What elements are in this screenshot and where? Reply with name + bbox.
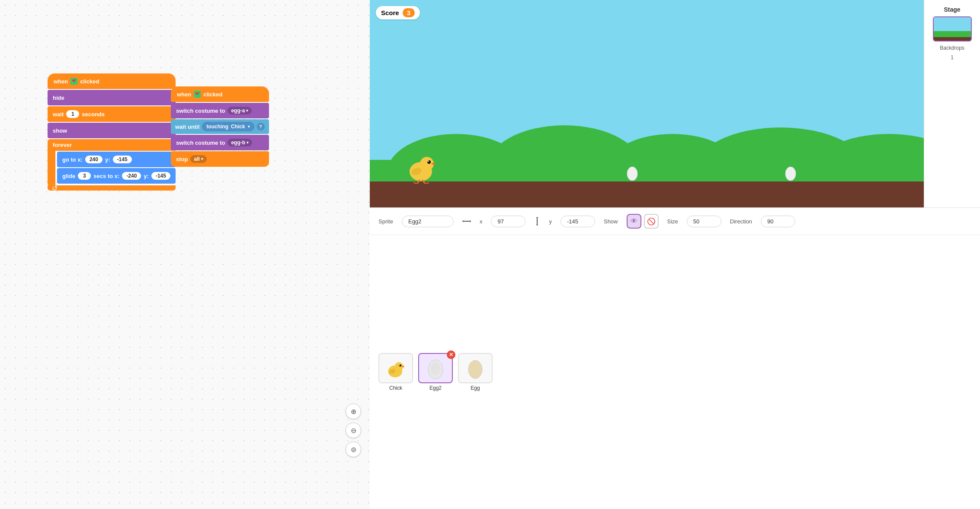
x-arrows-icon bbox=[462, 218, 471, 224]
glide-block[interactable]: glide 3 secs to x: -240 y: -145 bbox=[57, 168, 176, 184]
stop-label: stop bbox=[176, 156, 188, 162]
chevron-icon-4: ▾ bbox=[201, 157, 203, 161]
seconds-label: seconds bbox=[82, 111, 105, 118]
zoom-out-icon: ⊖ bbox=[351, 426, 356, 435]
chick-svg bbox=[404, 149, 439, 184]
chick-thumb[interactable] bbox=[378, 353, 413, 383]
size-input[interactable] bbox=[687, 216, 721, 227]
sprite-name-input[interactable] bbox=[402, 216, 454, 227]
touching-input[interactable]: touching Chick ▾ bbox=[202, 122, 254, 131]
svg-marker-23 bbox=[536, 225, 538, 226]
svg-line-13 bbox=[423, 180, 425, 184]
right-panel: Score 3 bbox=[370, 0, 980, 509]
backdrops-label: Backdrops bbox=[940, 45, 964, 51]
block-stack-2: when 🚩 clicked switch costume to egg-a ▾… bbox=[171, 86, 269, 167]
when-label-2: when bbox=[177, 91, 191, 98]
egg-thumb-svg bbox=[467, 357, 484, 379]
zoom-reset-button[interactable]: ⊜ bbox=[346, 442, 361, 457]
wait-until-label: wait until bbox=[175, 124, 199, 130]
zoom-controls: ⊕ ⊖ ⊜ bbox=[346, 404, 361, 457]
switch-costume-2[interactable]: switch costume to egg-b ▾ bbox=[171, 135, 269, 150]
question-mark: ? bbox=[257, 123, 265, 130]
when-flag-clicked-1[interactable]: when 🚩 clicked bbox=[48, 73, 176, 89]
direction-input[interactable] bbox=[761, 216, 795, 227]
chevron-icon-1: ▾ bbox=[246, 108, 248, 113]
show-toggle: 👁 🚫 bbox=[627, 214, 659, 229]
svg-point-32 bbox=[468, 360, 482, 379]
svg-point-10 bbox=[428, 161, 429, 162]
chevron-icon-2: ▾ bbox=[248, 124, 250, 129]
show-label: show bbox=[53, 127, 67, 134]
egg-sprite-1 bbox=[626, 165, 638, 182]
svg-point-17 bbox=[785, 167, 796, 181]
glide-label: glide bbox=[62, 173, 75, 179]
svg-point-16 bbox=[627, 167, 637, 181]
show-block[interactable]: show bbox=[48, 123, 176, 138]
stage-thumbnail[interactable] bbox=[933, 16, 972, 41]
y-input[interactable] bbox=[560, 216, 595, 227]
sprite-item-egg2[interactable]: ✕ Egg2 bbox=[418, 353, 453, 391]
wait-until-block[interactable]: wait until touching Chick ▾ ? bbox=[171, 119, 269, 134]
svg-line-12 bbox=[417, 180, 420, 184]
zoom-in-button[interactable]: ⊕ bbox=[346, 404, 361, 419]
zoom-out-button[interactable]: ⊖ bbox=[346, 423, 361, 438]
wait-block[interactable]: wait 1 seconds bbox=[48, 106, 176, 122]
flag-icon-1: 🚩 bbox=[70, 78, 77, 85]
svg-point-28 bbox=[399, 365, 400, 366]
goto-y-label: y: bbox=[105, 156, 110, 163]
egg2-thumb-svg bbox=[427, 357, 444, 379]
sprite-item-egg[interactable]: Egg bbox=[458, 353, 493, 391]
svg-marker-19 bbox=[462, 220, 463, 223]
stage-grass bbox=[370, 121, 980, 181]
when-flag-clicked-2[interactable]: when 🚩 clicked bbox=[171, 86, 269, 102]
wait-value[interactable]: 1 bbox=[66, 110, 79, 118]
svg-marker-22 bbox=[536, 217, 538, 218]
forever-arrow-icon: ↺ bbox=[52, 184, 58, 192]
glide-y-value[interactable]: -145 bbox=[151, 172, 170, 180]
glide-value[interactable]: 3 bbox=[78, 172, 91, 180]
backdrops-count: 1 bbox=[951, 54, 954, 60]
stage-ground bbox=[370, 181, 980, 207]
delete-egg2-button[interactable]: ✕ bbox=[447, 350, 455, 359]
goto-y-value[interactable]: -145 bbox=[113, 156, 132, 163]
show-hidden-button[interactable]: 🚫 bbox=[644, 214, 659, 229]
egg-sprite-2 bbox=[785, 165, 797, 182]
glide-y-label: y: bbox=[144, 173, 149, 179]
clicked-label-2: clicked bbox=[203, 91, 222, 98]
egg-label: Egg bbox=[471, 385, 480, 391]
size-label: Size bbox=[667, 218, 678, 225]
stop-dropdown[interactable]: all ▾ bbox=[190, 155, 206, 163]
chick-sprite bbox=[404, 149, 439, 184]
chick-label: Chick bbox=[389, 385, 402, 391]
y-arrows-icon bbox=[534, 217, 540, 226]
score-value: 3 bbox=[403, 8, 415, 17]
hide-block[interactable]: hide bbox=[48, 90, 176, 105]
score-badge: Score 3 bbox=[376, 6, 420, 19]
forever-label: forever bbox=[53, 142, 72, 148]
sprite-item-chick[interactable]: Chick bbox=[378, 353, 413, 391]
costume-2-dropdown[interactable]: egg-b ▾ bbox=[227, 139, 252, 146]
switch-costume-1[interactable]: switch costume to egg-a ▾ bbox=[171, 103, 269, 118]
stage-title: Stage bbox=[944, 6, 960, 13]
stage-sidebar: Stage Backdrops 1 bbox=[924, 0, 980, 207]
goto-x-value[interactable]: 240 bbox=[85, 156, 102, 163]
svg-rect-5 bbox=[370, 160, 980, 181]
zoom-reset-icon: ⊜ bbox=[351, 445, 356, 454]
y-label: y bbox=[549, 218, 552, 225]
hills-svg bbox=[370, 121, 980, 181]
x-input[interactable] bbox=[491, 216, 525, 227]
touching-target: Chick bbox=[231, 124, 245, 130]
goto-block[interactable]: go to x: 240 y: -145 bbox=[57, 152, 176, 167]
costume-1-dropdown[interactable]: egg-a ▾ bbox=[227, 107, 252, 115]
egg-thumb[interactable] bbox=[458, 353, 493, 383]
show-visible-button[interactable]: 👁 bbox=[627, 214, 641, 229]
egg2-thumb[interactable]: ✕ bbox=[418, 353, 453, 383]
sprite-label: Sprite bbox=[378, 218, 393, 225]
egg-1-svg bbox=[626, 165, 638, 181]
stop-block[interactable]: stop all ▾ bbox=[171, 151, 269, 167]
flag-icon-2: 🚩 bbox=[194, 91, 201, 98]
svg-marker-20 bbox=[470, 220, 471, 223]
glide-x-value[interactable]: -240 bbox=[122, 172, 141, 180]
score-label: Score bbox=[381, 9, 399, 16]
forever-block[interactable]: forever bbox=[48, 139, 176, 151]
